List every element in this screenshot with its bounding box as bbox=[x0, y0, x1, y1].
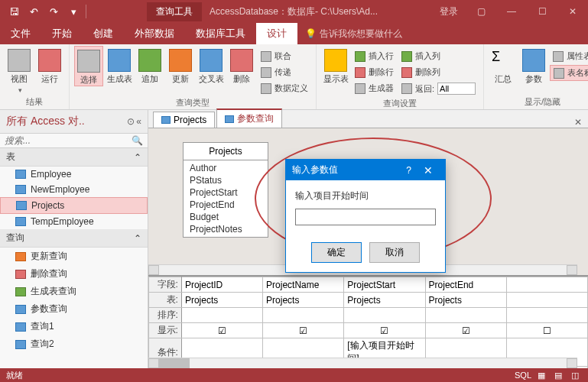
minimize-icon[interactable]: — bbox=[496, 0, 527, 23]
nav-section-queries[interactable]: 查询⌃ bbox=[0, 229, 148, 248]
tab-database-tools[interactable]: 数据库工具 bbox=[185, 23, 256, 44]
grid-cell[interactable]: ProjectName bbox=[263, 277, 344, 293]
login-link[interactable]: 登录 bbox=[432, 5, 466, 18]
grid-hscroll[interactable] bbox=[148, 358, 577, 368]
search-icon[interactable]: 🔍 bbox=[132, 135, 143, 146]
grid-cell[interactable] bbox=[506, 293, 587, 308]
nav-query-maketable[interactable]: 生成表查询 bbox=[0, 283, 148, 300]
builder-button[interactable]: 生成器 bbox=[352, 81, 397, 96]
view-design-icon[interactable]: ◫ bbox=[571, 371, 582, 380]
show-checkbox[interactable]: ☑ bbox=[425, 323, 506, 338]
scroll-right-icon[interactable] bbox=[567, 265, 577, 275]
field-item[interactable]: Author bbox=[184, 162, 268, 174]
params-button[interactable]: 参数 bbox=[519, 46, 548, 85]
nav-table-employee[interactable]: Employee bbox=[0, 167, 148, 182]
doc-tab-paramquery[interactable]: 参数查询 bbox=[216, 108, 282, 128]
union-button[interactable]: 联合 bbox=[258, 49, 311, 63]
nav-search-input[interactable] bbox=[5, 135, 132, 146]
scroll-thumb[interactable] bbox=[159, 358, 190, 368]
delete-col-button[interactable]: 删除列 bbox=[398, 65, 479, 79]
scroll-right-icon[interactable] bbox=[567, 358, 577, 368]
tell-me-search[interactable]: 💡 告诉我你想要做什么 bbox=[297, 23, 410, 44]
field-list-projects[interactable]: Projects Author PStatus ProjectStart Pro… bbox=[183, 142, 268, 238]
make-table-button[interactable]: 生成表 bbox=[105, 46, 134, 85]
nav-header[interactable]: 所有 Access 对.. ⊙ « bbox=[0, 110, 148, 134]
tab-home[interactable]: 开始 bbox=[41, 23, 83, 44]
grid-cell[interactable] bbox=[344, 308, 425, 323]
maximize-icon[interactable]: ☐ bbox=[527, 0, 557, 23]
save-icon[interactable]: 🖫 bbox=[5, 2, 23, 21]
tab-file[interactable]: 文件 bbox=[0, 23, 41, 44]
select-query-button[interactable]: 选择 bbox=[74, 46, 103, 86]
crosstab-button[interactable]: 交叉表 bbox=[197, 46, 226, 85]
nav-table-tempemployee[interactable]: TempEmployee bbox=[0, 214, 148, 229]
undo-icon[interactable]: ↶ bbox=[24, 2, 43, 21]
query-grid-table[interactable]: 字段: ProjectID ProjectName ProjectStart P… bbox=[148, 277, 588, 368]
grid-cell[interactable]: ProjectStart bbox=[344, 277, 425, 293]
grid-cell[interactable]: Projects bbox=[425, 293, 506, 308]
nav-query-params[interactable]: 参数查询 bbox=[0, 300, 148, 318]
dialog-titlebar[interactable]: 输入参数值 ? ✕ bbox=[286, 160, 445, 180]
ribbon-options-icon[interactable]: ▢ bbox=[466, 0, 496, 23]
nav-collapse-icon[interactable]: « bbox=[136, 116, 141, 127]
scroll-left-icon[interactable] bbox=[148, 265, 159, 275]
show-table-button[interactable]: 显示表 bbox=[321, 46, 350, 85]
insert-row-button[interactable]: 插入行 bbox=[352, 49, 397, 63]
tab-external-data[interactable]: 外部数据 bbox=[124, 23, 185, 44]
run-button[interactable]: 运行 bbox=[35, 46, 64, 85]
delete-query-button[interactable]: 删除 bbox=[227, 46, 256, 85]
grid-cell[interactable] bbox=[181, 308, 262, 323]
view-sql-icon[interactable]: ▤ bbox=[554, 371, 565, 380]
field-item[interactable]: ProjectNotes bbox=[184, 223, 268, 235]
help-icon[interactable]: ? bbox=[400, 165, 417, 176]
redo-icon[interactable]: ↷ bbox=[44, 2, 63, 21]
nav-table-newemployee[interactable]: NewEmployee bbox=[0, 182, 148, 197]
totals-button[interactable]: Σ汇总 bbox=[489, 46, 518, 85]
dialog-close-icon[interactable]: ✕ bbox=[417, 164, 439, 176]
return-value-input[interactable] bbox=[437, 83, 476, 95]
nav-dropdown-icon[interactable]: ⊙ bbox=[127, 116, 135, 127]
append-button[interactable]: 追加 bbox=[135, 46, 164, 85]
ok-button[interactable]: 确定 bbox=[311, 242, 362, 263]
scroll-left-icon[interactable] bbox=[148, 358, 159, 368]
passthrough-button[interactable]: 传递 bbox=[258, 65, 311, 79]
field-item[interactable]: ProjectStart bbox=[184, 186, 268, 199]
cancel-button[interactable]: 取消 bbox=[369, 242, 420, 263]
grid-cell[interactable]: Projects bbox=[344, 293, 425, 308]
grid-cell[interactable]: ProjectID bbox=[181, 277, 262, 293]
close-icon[interactable]: ✕ bbox=[557, 0, 588, 23]
view-button[interactable]: 视图▾ bbox=[5, 46, 34, 94]
show-checkbox[interactable]: ☐ bbox=[506, 323, 587, 338]
qat-customize-icon[interactable]: ▾ bbox=[64, 2, 83, 21]
grid-cell[interactable]: Projects bbox=[263, 293, 344, 308]
propsheet-button[interactable]: 属性表 bbox=[550, 49, 588, 63]
grid-cell[interactable] bbox=[425, 308, 506, 323]
show-checkbox[interactable]: ☑ bbox=[181, 323, 262, 338]
nav-table-projects[interactable]: Projects bbox=[0, 197, 148, 214]
grid-cell[interactable]: ProjectEnd bbox=[425, 277, 506, 293]
insert-col-button[interactable]: 插入列 bbox=[398, 49, 479, 63]
nav-query-delete[interactable]: 删除查询 bbox=[0, 265, 148, 283]
field-item[interactable]: Budget bbox=[184, 211, 268, 223]
update-button[interactable]: 更新 bbox=[166, 46, 195, 85]
close-tab-icon[interactable]: ✕ bbox=[568, 117, 588, 128]
nav-query-1[interactable]: 查询1 bbox=[0, 318, 148, 335]
tab-create[interactable]: 创建 bbox=[83, 23, 124, 44]
grid-cell[interactable] bbox=[263, 308, 344, 323]
view-datasheet-icon[interactable]: ▦ bbox=[538, 371, 548, 380]
status-sql-label[interactable]: SQL bbox=[515, 371, 531, 380]
delete-row-button[interactable]: 删除行 bbox=[352, 65, 397, 79]
field-item[interactable]: ProjectEnd bbox=[184, 199, 268, 211]
show-checkbox[interactable]: ☑ bbox=[263, 323, 344, 338]
return-select[interactable]: 返回: bbox=[398, 81, 479, 96]
field-item[interactable]: PStatus bbox=[184, 174, 268, 186]
nav-query-update[interactable]: 更新查询 bbox=[0, 248, 148, 265]
show-checkbox[interactable]: ☑ bbox=[344, 323, 425, 338]
tablenames-button[interactable]: 表名称 bbox=[550, 65, 588, 81]
doc-tab-projects[interactable]: Projects bbox=[153, 112, 215, 128]
parameter-input[interactable] bbox=[295, 209, 436, 225]
nav-query-2[interactable]: 查询2 bbox=[0, 335, 148, 353]
datadef-button[interactable]: 数据定义 bbox=[258, 81, 311, 96]
grid-cell[interactable] bbox=[506, 308, 587, 323]
grid-cell[interactable]: Projects bbox=[181, 293, 262, 308]
